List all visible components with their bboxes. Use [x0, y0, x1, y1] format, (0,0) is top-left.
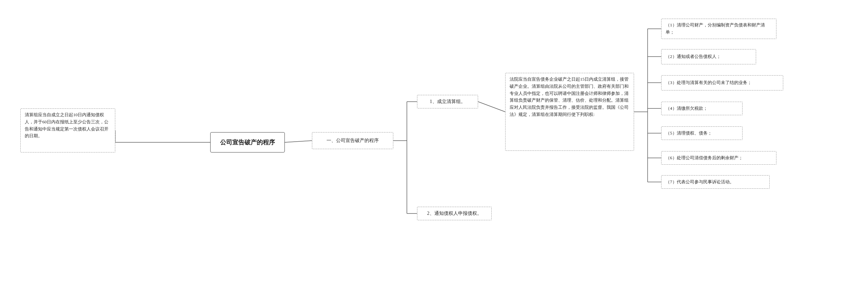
branch1-node: 一、公司宣告破产的程序 [312, 132, 393, 149]
center-node: 公司宣告破产的程序 [210, 132, 285, 152]
right5-node: （5）清理债权、债务； [661, 126, 743, 140]
right3-node: （3）处理与清算有关的公司未了结的业务； [661, 75, 783, 90]
left-note-node: 清算组应当自成立之日起10日内通知债权人，并于60日内在报纸上至少公告三次，公告… [20, 108, 115, 152]
right4-node: （4）清缴所欠税款； [661, 102, 743, 115]
right2-node: （2）通知或者公告债权人； [661, 49, 756, 64]
sub2-node: 2、通知债权人申报债权。 [417, 207, 492, 220]
sub1-node: 1、成立清算组。 [417, 95, 478, 108]
right1-node: （1）清理公司财产，分别编制资产负债表和财产清单； [661, 19, 776, 39]
svg-line-7 [478, 102, 505, 112]
right6-node: （6）处理公司清偿债务后的剩余财产； [661, 151, 776, 165]
sub1-detail-node: 法院应当自宣告债务企业破产之日起15日内成立清算组，接管破产企业。清算组由法院从… [505, 73, 634, 151]
right7-node: （7）代表公司参与民事诉讼活动。 [661, 175, 770, 189]
svg-line-2 [285, 141, 312, 142]
